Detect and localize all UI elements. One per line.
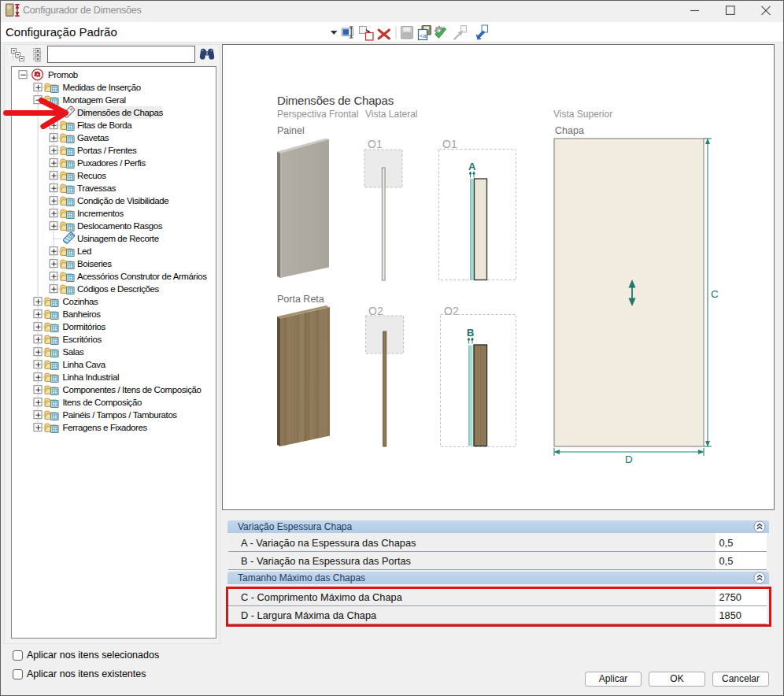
svg-text:A: A: [468, 161, 476, 172]
svg-text:C: C: [711, 288, 719, 300]
svg-text:B: B: [467, 327, 474, 339]
svg-text:D: D: [625, 454, 633, 465]
svg-text:<a: <a: [420, 32, 427, 39]
